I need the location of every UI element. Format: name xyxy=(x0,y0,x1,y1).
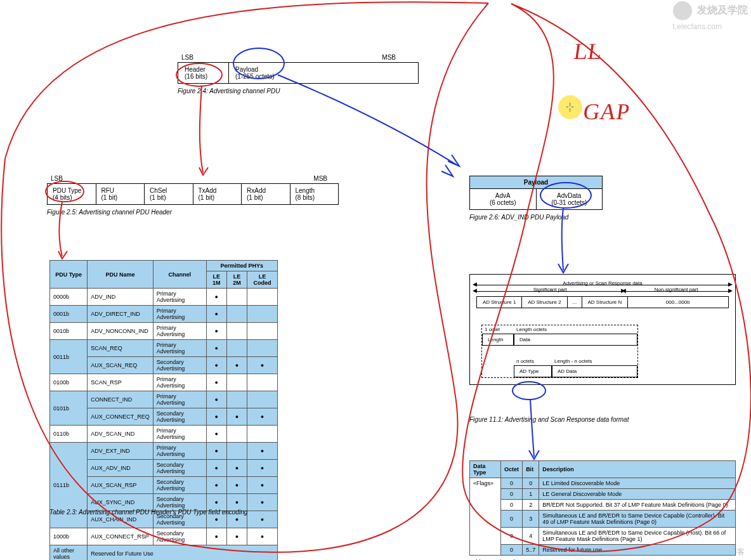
cursor-highlight: -¦- xyxy=(558,95,582,119)
payload-label: Payload xyxy=(235,66,258,73)
th-datatype: Data Type xyxy=(470,461,501,478)
ad-structure-cell: 000...000b xyxy=(628,297,728,308)
table-1-4: Data Type Octet Bit Description «Flags»0… xyxy=(469,460,736,556)
table-row: «Flags»00LE Limited Discoverable Mode xyxy=(470,478,736,489)
handwriting-gap: GAP xyxy=(582,98,631,125)
table-row: 04Simultaneous LE and BR/EDR to Same Dev… xyxy=(470,528,736,545)
header-field: Length(8 bits) xyxy=(291,184,339,204)
table-row: 0000bADV_INDPrimary Advertising● xyxy=(50,289,278,306)
length-octets-label: Length octets xyxy=(516,327,547,332)
adtype-cell: AD Type xyxy=(514,365,552,377)
msb-label: MSB xyxy=(313,175,327,182)
watermark-text: 发烧及学院 xyxy=(697,4,748,15)
header-field: RFU(1 bit) xyxy=(96,184,145,204)
handwriting-ll: LL xyxy=(572,38,604,65)
ad-structure-cell: AD Structure N xyxy=(582,297,627,308)
fig25-caption: Figure 2.5: Advertising channel PDU Head… xyxy=(47,209,339,216)
ad-structure-cell: AD Structure 2 xyxy=(522,297,567,308)
header-sub: (16 bits) xyxy=(185,73,207,80)
payload-header: Payload xyxy=(469,176,603,189)
table-row: 01LE General Discoverable Mode xyxy=(470,489,736,500)
ad-structure-cell: ... xyxy=(568,297,583,308)
lsb-label: LSB xyxy=(181,54,193,61)
th-le2m: LE 2M xyxy=(226,271,247,289)
advdata-sub: (0-31 octets) xyxy=(551,199,587,206)
length-n-label: Length - n octets xyxy=(554,358,592,364)
th-le1m: LE 1M xyxy=(206,271,226,289)
addata-cell: AD Data xyxy=(552,365,637,377)
th-channel: Channel xyxy=(153,261,206,289)
fig24-caption: Figure 2.4: Advertising channel PDU xyxy=(178,88,419,94)
th-desc: Description xyxy=(539,461,736,478)
watermark-url: t.elecfans.com xyxy=(673,22,722,31)
logo-icon xyxy=(673,1,692,20)
watermark-top: 发烧及学院 t.elecfans.com xyxy=(673,1,748,32)
cursor-icon: -¦- xyxy=(566,101,574,112)
header-field: TxAdd(1 bit) xyxy=(193,184,242,204)
tbl23-caption: Table 2.3: Advertising channel PDU Heade… xyxy=(49,509,247,516)
length-cell: Length xyxy=(482,334,514,346)
table-row: 0111bADV_EXT_INDPrimary Advertising●● xyxy=(50,443,278,460)
ad-structure-detail: 1 octet Length octets Length Data n octe… xyxy=(481,325,638,378)
table-row: 0101bCONNECT_INDPrimary Advertising● xyxy=(50,391,278,408)
lsb-label: LSB xyxy=(51,175,63,182)
figure-2-6: Payload AdvA (6 octets) AdvData (0-31 oc… xyxy=(469,176,603,221)
n-octets-label: n octets xyxy=(516,358,554,364)
payload-sub: (1-255 octets) xyxy=(235,73,275,80)
header-field: ChSel(1 bit) xyxy=(145,184,193,204)
table-row: All other valuesReserved for Future Use xyxy=(50,545,278,561)
th-pdu-type: PDU Type xyxy=(50,261,88,289)
fig26-caption: Figure 2.6: ADV_IND PDU Payload xyxy=(469,214,603,221)
adva-label: AdvA xyxy=(495,192,511,199)
header-field: PDU Type(4 bits) xyxy=(48,184,96,204)
th-octet: Octet xyxy=(501,461,523,478)
header-label: Header xyxy=(185,66,206,73)
table-row: 0011bSCAN_REQPrimary Advertising● xyxy=(50,340,278,357)
table-row: 1000bAUX_CONNECT_RSPSecondary Advertisin… xyxy=(50,528,278,545)
table-row: 0100bSCAN_RSPPrimary Advertising● xyxy=(50,374,278,391)
th-bit: Bit xyxy=(523,461,539,478)
fig111-caption: Figure 11.1: Advertising and Scan Respon… xyxy=(469,416,629,423)
header-field: RxAdd(1 bit) xyxy=(242,184,291,204)
th-phys: Permitted PHYs xyxy=(206,261,277,271)
table-row: 0010bADV_NONCONN_INDPrimary Advertising● xyxy=(50,323,278,340)
th-pdu-name: PDU Name xyxy=(88,261,153,289)
msb-label: MSB xyxy=(382,54,396,61)
table-row: 0110bADV_SCAN_INDPrimary Advertising● xyxy=(50,426,278,443)
advdata-label: AdvData xyxy=(557,192,581,199)
figure-2-4: LSB MSB Header (16 bits) Payload (1-255 … xyxy=(178,54,419,94)
adva-sub: (6 octets) xyxy=(490,199,516,206)
table-row: 0001bADV_DIRECT_INDPrimary Advertising● xyxy=(50,306,278,323)
th-lecoded: LE Coded xyxy=(247,271,278,289)
figure-11-1: Advertising or Scan Response data Signif… xyxy=(469,274,736,385)
table-row: 05..7Reserved for future use xyxy=(470,545,736,556)
octet-1-label: 1 octet xyxy=(485,327,516,332)
table-row: 02BR/EDR Not Supported. Bit 37 of LMP Fe… xyxy=(470,500,736,511)
data-cell: Data xyxy=(514,334,637,346)
ad-structure-cell: AD Structure 1 xyxy=(477,297,522,308)
table-row: 03Simultaneous LE and BR/EDR to Same Dev… xyxy=(470,511,736,528)
figure-2-5: LSB MSB PDU Type(4 bits)RFU(1 bit)ChSel(… xyxy=(47,175,339,216)
